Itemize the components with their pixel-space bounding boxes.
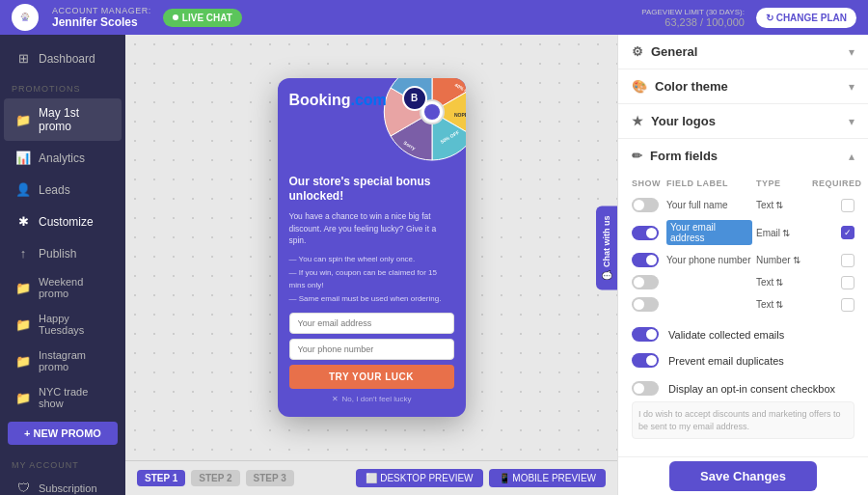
col-show: SHOW xyxy=(632,179,663,188)
req-phone[interactable] xyxy=(841,254,854,267)
req-fullname[interactable] xyxy=(841,199,854,212)
form-fields-label: Form fields xyxy=(650,149,718,163)
logo-icon: 🎡 xyxy=(12,4,39,31)
preview-buttons: ⬜ DESKTOP PREVIEW 📱 MOBILE PREVIEW xyxy=(356,469,606,487)
color-theme-header[interactable]: 🎨 Color theme ▾ xyxy=(618,69,868,103)
account-label: Account Manager: xyxy=(52,6,151,15)
desktop-preview-button[interactable]: ⬜ DESKTOP PREVIEW xyxy=(356,469,482,487)
sidebar-item-customize[interactable]: ✱ Customize xyxy=(4,206,122,236)
save-changes-button[interactable]: Save Changes xyxy=(669,461,817,491)
popup-avatar: B xyxy=(402,86,427,111)
toggle-validate-emails[interactable] xyxy=(632,327,659,342)
req-row5[interactable] xyxy=(841,298,854,312)
panel-section-form-fields: ✏ Form fields ▴ SHOW FIELD LABEL TYPE RE… xyxy=(618,139,868,456)
ff-email-type: Email ⇅ xyxy=(756,228,808,238)
req-row4[interactable] xyxy=(841,276,854,289)
consent-label: Display an opt-in consent checkbox xyxy=(668,383,835,395)
popup-bullet1: — You can spin the wheel only once. xyxy=(289,253,454,266)
sidebar-publish-label: Publish xyxy=(39,247,76,261)
col-required: REQUIRED xyxy=(812,179,854,188)
prevent-duplicates-row: Prevent email duplicates xyxy=(618,347,868,373)
chat-widget[interactable]: 💬 Chat with us xyxy=(596,206,617,289)
new-promo-button[interactable]: + NEW PROMO xyxy=(8,422,118,445)
logos-label: Your logos xyxy=(651,114,716,128)
sidebar-instagram-label: Instagram promo xyxy=(39,349,110,372)
live-chat-label: LIVE CHAT xyxy=(182,13,232,23)
bottom-bar: STEP 1 STEP 2 STEP 3 ⬜ DESKTOP PREVIEW 📱… xyxy=(125,460,617,495)
sidebar-item-subscription[interactable]: 🛡 Subscription xyxy=(4,475,122,495)
sidebar-item-leads[interactable]: 👤 Leads xyxy=(4,175,122,205)
panel-section-logos: ★ Your logos ▾ xyxy=(618,104,868,139)
logos-header[interactable]: ★ Your logos ▾ xyxy=(618,104,868,138)
sidebar-item-publish[interactable]: ↑ Publish xyxy=(4,238,122,268)
promo-icon: 📁 xyxy=(15,113,31,127)
popup-phone-input[interactable] xyxy=(289,339,454,360)
popup-body: Our store's special bonus unlocked! You … xyxy=(278,165,466,418)
toggle-row4[interactable] xyxy=(632,275,659,289)
booking-logo: Booking.com xyxy=(289,92,387,109)
sidebar-item-weekend-promo[interactable]: 📁 Weekend promo xyxy=(4,270,122,305)
general-header[interactable]: ⚙ General ▾ xyxy=(618,35,868,69)
popup-title: Our store's special bonus unlocked! xyxy=(289,175,454,205)
booking-brand: Booking xyxy=(289,92,351,108)
ff-fullname-label: Your full name xyxy=(666,200,752,210)
color-theme-header-left: 🎨 Color theme xyxy=(632,79,728,94)
skip-icon: ✕ xyxy=(332,395,339,403)
sidebar-item-may1promo[interactable]: 📁 May 1st promo xyxy=(4,98,122,141)
validate-emails-row: Validate collected emails xyxy=(618,321,868,347)
sidebar-may1promo-label: May 1st promo xyxy=(39,106,110,133)
pageview-label: PAGEVIEW LIMIT (30 DAYS): xyxy=(641,8,745,16)
customize-icon: ✱ xyxy=(15,214,31,229)
sidebar-item-instagram-promo[interactable]: 📁 Instagram promo xyxy=(4,344,122,378)
ff-phone-label: Your phone number xyxy=(666,255,752,265)
toggle-consent[interactable] xyxy=(632,381,659,396)
popup-skip[interactable]: ✕ No, I don't feel lucky xyxy=(289,395,454,407)
save-bar: Save Changes xyxy=(618,456,868,495)
sidebar-item-nyc-trade-show[interactable]: 📁 NYC trade show xyxy=(4,380,122,415)
booking-dot: .com xyxy=(351,92,387,108)
toggle-phone[interactable] xyxy=(632,253,659,267)
ff-fullname-type: Text ⇅ xyxy=(756,200,808,210)
color-theme-chevron: ▾ xyxy=(849,80,854,94)
sidebar-nyc-label: NYC trade show xyxy=(39,386,110,409)
prevent-duplicates-label: Prevent email duplicates xyxy=(668,355,784,367)
popup-bullets: — You can spin the wheel only once. — If… xyxy=(289,253,454,305)
popup-cta-button[interactable]: TRY YOUR LUCK xyxy=(289,365,454,389)
center-area: 40% OFF NOPE 50% OFF Sorry Booking.com B… xyxy=(125,35,617,495)
sidebar-item-happy-tuesdays[interactable]: 📁 Happy Tuesdays xyxy=(4,307,122,342)
toggle-prevent-duplicates[interactable] xyxy=(632,353,659,368)
general-chevron: ▾ xyxy=(849,45,854,59)
form-fields-header-left: ✏ Form fields xyxy=(632,149,718,163)
live-chat-button[interactable]: LIVE CHAT xyxy=(163,9,242,27)
sidebar-item-dashboard[interactable]: ⊞ Dashboard xyxy=(4,43,122,73)
col-field-label: FIELD LABEL xyxy=(666,179,752,188)
req-email[interactable]: ✓ xyxy=(841,226,854,239)
change-plan-button[interactable]: ↻ CHANGE PLAN xyxy=(756,8,856,28)
logo: 🎡 Account Manager: Jennifer Scoles xyxy=(12,4,151,31)
preview-area: 40% OFF NOPE 50% OFF Sorry Booking.com B… xyxy=(125,35,617,460)
popup-card: 40% OFF NOPE 50% OFF Sorry Booking.com B… xyxy=(278,78,466,418)
sidebar-item-analytics[interactable]: 📊 Analytics xyxy=(4,143,122,173)
sidebar-subscription-label: Subscription xyxy=(39,482,97,494)
sidebar-weekend-label: Weekend promo xyxy=(39,276,110,299)
sidebar: ⊞ Dashboard PROMOTIONS 📁 May 1st promo 📊… xyxy=(0,35,125,495)
popup-desc: You have a chance to win a nice big fat … xyxy=(289,210,454,247)
ff-row-5: Text ⇅ xyxy=(618,293,868,316)
popup-wheel-section: 40% OFF NOPE 50% OFF Sorry Booking.com B xyxy=(278,78,466,165)
mobile-preview-button[interactable]: 📱 MOBILE PREVIEW xyxy=(489,469,606,487)
general-header-left: ⚙ General xyxy=(632,44,697,59)
validate-emails-label: Validate collected emails xyxy=(668,329,784,341)
logos-header-left: ★ Your logos xyxy=(632,114,716,128)
account-name: Jennifer Scoles xyxy=(52,15,151,29)
general-label: General xyxy=(651,44,697,59)
step2-badge[interactable]: STEP 2 xyxy=(191,470,239,486)
toggle-fullname[interactable] xyxy=(632,198,659,212)
form-fields-header[interactable]: ✏ Form fields ▴ xyxy=(618,139,868,173)
leads-icon: 👤 xyxy=(15,182,31,197)
popup-email-input[interactable] xyxy=(289,313,454,334)
toggle-row5[interactable] xyxy=(632,297,659,312)
step1-badge[interactable]: STEP 1 xyxy=(137,470,185,486)
step3-badge[interactable]: STEP 3 xyxy=(246,470,294,486)
subscription-icon: 🛡 xyxy=(15,481,31,495)
toggle-email[interactable] xyxy=(632,226,659,240)
